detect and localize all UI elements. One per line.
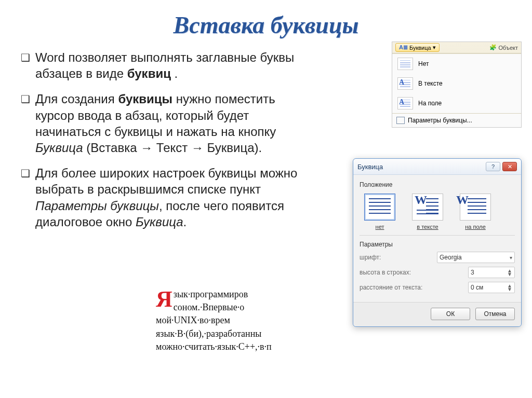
dropdown-item-none[interactable]: Нет (392, 54, 521, 74)
ribbon-header: A≣ Буквица ▾ 🧩 Объект (392, 42, 521, 53)
height-value: 3 (471, 269, 474, 276)
bullet-icon: ❑ (21, 167, 30, 230)
ribbon-dropdown-snapshot: A≣ Буквица ▾ 🧩 Объект Нет A В тексте A Н… (392, 42, 522, 128)
p2-b: буквицы (118, 92, 172, 106)
position-intext-label: в тексте (409, 224, 446, 230)
params-group-label: Параметры (360, 241, 515, 248)
margin-icon: A (397, 97, 413, 109)
position-none-label: нет (362, 224, 398, 230)
position-none[interactable]: нет (362, 194, 398, 230)
params-icon (396, 117, 405, 124)
example-line-5: можно·считать·язык·C++,·в·п (156, 341, 272, 352)
paragraph-1: ❑ Word позволяет выполнять заглавные бук… (21, 49, 312, 81)
example-line-4: язык·B·(би),·разработанны (156, 328, 261, 339)
paragraph-2: ❑ Для создания буквицы нужно поместить к… (21, 91, 312, 156)
dropcap-ribbon-label: Буквица (409, 45, 431, 51)
dropdown-item-params[interactable]: Параметры буквицы... (392, 113, 521, 127)
font-value: Georgia (440, 254, 462, 261)
none-icon (397, 58, 413, 70)
bullet-icon: ❑ (21, 51, 30, 81)
dropdown-item-label: На поле (418, 100, 442, 107)
dropcap-example: Я зык·программиров соном.·Впервые·о мой·… (156, 288, 395, 353)
help-button[interactable]: ? (486, 162, 500, 171)
example-line-2: соном.·Впервые·о (174, 302, 244, 312)
font-combo[interactable]: Georgia ▾ (437, 252, 515, 263)
paragraph-3: ❑ Для более широких настроек буквицы мож… (21, 165, 312, 230)
ok-button[interactable]: ОК (431, 308, 470, 320)
p1-tail: . (171, 66, 178, 80)
chevron-down-icon: ▾ (433, 44, 436, 51)
p2-d: Буквица (35, 141, 83, 155)
dropcap-dropdown-list: Нет A В тексте A На поле Параметры букви… (392, 53, 521, 127)
params-group: Параметры шрифт: Georgia ▾ высота в стро… (360, 235, 515, 293)
dropdown-item-label: Нет (418, 60, 429, 67)
position-options: нет W в тексте W на поле (360, 191, 515, 235)
position-margin[interactable]: W на поле (457, 194, 494, 230)
dropdown-item-label: В тексте (418, 80, 443, 87)
p2-e: (Вставка → Текст → Буквица). (83, 141, 262, 155)
dialog-title: Буквица (357, 163, 383, 171)
dropcap-glyph-icon: A≣ (399, 44, 408, 51)
distance-value: 0 см (471, 284, 483, 291)
bullet-icon: ❑ (21, 92, 30, 156)
page-title: Вставка буквицы (0, 0, 532, 44)
height-label: высота в строках: (360, 269, 411, 276)
p3-d: Буквица (136, 215, 183, 229)
example-line-3: мой·UNIX·во·врем (156, 315, 230, 325)
p2-a: Для создания (35, 92, 118, 106)
chevron-down-icon: ▾ (510, 255, 512, 260)
p3-a: Для более широких настроек буквицы можно… (35, 166, 297, 196)
dropdown-footer-label: Параметры буквицы... (408, 117, 472, 124)
position-group-label: Положение (360, 181, 515, 188)
dropcap-letter: Я (156, 288, 174, 309)
object-icon: 🧩 (489, 44, 497, 51)
dropdown-item-intext[interactable]: A В тексте (392, 74, 521, 93)
dialog-titlebar: Буквица ? ✕ (353, 159, 521, 175)
dropcap-ribbon-button[interactable]: A≣ Буквица ▾ (395, 43, 440, 52)
cancel-button[interactable]: Отмена (475, 308, 515, 320)
content-area: ❑ Word позволяет выполнять заглавные бук… (0, 44, 322, 230)
dialog-body: Положение нет W в тексте W на поле Парам… (353, 175, 521, 302)
spinner-arrows-icon: ▲▼ (507, 269, 512, 276)
position-margin-label: на поле (457, 224, 494, 230)
intext-icon: A (397, 77, 413, 90)
height-spinner[interactable]: 3 ▲▼ (468, 267, 515, 278)
object-ribbon-button[interactable]: 🧩 Объект (489, 43, 518, 52)
font-label: шрифт: (360, 254, 381, 261)
p3-b: Параметры буквицы (35, 199, 159, 213)
distance-spinner[interactable]: 0 см ▲▼ (468, 282, 515, 293)
spinner-arrows-icon: ▲▼ (507, 284, 512, 291)
p3-e: . (183, 215, 187, 229)
p1-bold: буквиц (127, 66, 171, 80)
close-button[interactable]: ✕ (502, 162, 517, 171)
object-label: Объект (499, 45, 518, 51)
position-intext[interactable]: W в тексте (409, 194, 446, 230)
dropdown-item-margin[interactable]: A На поле (392, 93, 521, 113)
example-line-1: зык·программиров (174, 289, 248, 299)
